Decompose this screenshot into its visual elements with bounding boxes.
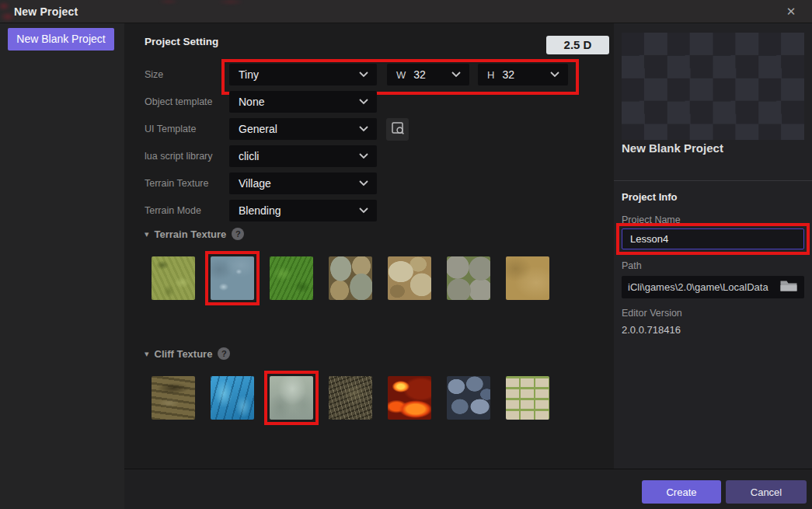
ui-template-label: UI Template [145, 124, 196, 134]
lua-script-library-value: clicli [229, 150, 359, 162]
ui-template-preview-button[interactable] [386, 118, 409, 141]
width-label: W [387, 69, 406, 81]
chevron-down-icon [359, 126, 368, 132]
chevron-down-icon [359, 207, 368, 214]
cliff-texture-swatch-row [152, 376, 565, 420]
sidebar: New Blank Project [0, 23, 124, 509]
terrain-mode-label: Terrain Mode [145, 205, 201, 216]
chevron-down-icon [451, 71, 461, 78]
editor-version-value: 2.0.0.718416 [622, 324, 681, 336]
cliff-texture-swatch[interactable] [447, 376, 490, 420]
ui-template-value: General [229, 123, 359, 135]
width-value: 32 [413, 68, 451, 81]
height-value: 32 [502, 68, 550, 81]
cliff-texture-section-title: Cliff Texture [155, 348, 213, 360]
dialog-title: New Project [14, 0, 78, 23]
preview-caption: New Blank Project [622, 141, 723, 155]
titlebar: New Project ✕ [0, 0, 812, 23]
terrain-texture-swatch[interactable] [270, 256, 313, 300]
terrain-texture-swatch[interactable] [152, 256, 195, 300]
lua-script-library-label: lua script library [145, 151, 213, 162]
project-preview-image [622, 33, 804, 140]
object-template-label: Object template [145, 96, 213, 107]
project-name-label: Project Name [622, 214, 681, 225]
preview-search-icon [391, 121, 405, 138]
cliff-texture-section-header[interactable]: ▾ Cliff Texture ? [145, 347, 230, 360]
terrain-texture-label: Terrain Texture [145, 178, 208, 189]
background-bleed-artifact [159, 0, 179, 5]
dimension-badge: 2.5 D [546, 36, 609, 54]
cliff-texture-swatch[interactable] [388, 376, 431, 420]
divider [614, 180, 812, 181]
terrain-texture-swatch[interactable] [329, 256, 372, 300]
project-setting-heading: Project Setting [145, 36, 218, 47]
path-field[interactable]: iCli\games\2.0\game\LocalData [622, 276, 804, 298]
terrain-texture-swatch[interactable] [388, 256, 431, 300]
cliff-texture-swatch[interactable] [211, 376, 254, 420]
collapse-triangle-icon[interactable]: ▾ [145, 229, 149, 239]
footer-bar: Create Cancel [124, 469, 812, 509]
background-bleed-artifact [218, 0, 244, 5]
cliff-texture-swatch[interactable] [152, 376, 195, 420]
terrain-texture-section-title: Terrain Texture [155, 228, 227, 240]
background-bleed-artifact [0, 2, 10, 11]
help-icon[interactable]: ? [232, 228, 244, 240]
height-dropdown[interactable]: H 32 [478, 64, 568, 85]
size-label: Size [145, 69, 163, 80]
terrain-texture-section-header[interactable]: ▾ Terrain Texture ? [145, 228, 244, 240]
project-setting-panel: Project Setting 2.5 D Size Tiny W 32 H 3… [124, 23, 614, 469]
project-info-heading: Project Info [622, 191, 678, 203]
ui-template-dropdown[interactable]: General [229, 118, 377, 140]
cliff-texture-swatch[interactable] [506, 376, 549, 420]
object-template-dropdown[interactable]: None [229, 91, 377, 113]
terrain-texture-dropdown[interactable]: Village [229, 173, 377, 194]
terrain-mode-value: Blending [229, 204, 359, 217]
path-label: Path [622, 260, 642, 271]
lua-script-library-dropdown[interactable]: clicli [229, 145, 377, 167]
cliff-texture-swatch[interactable] [270, 376, 313, 420]
terrain-texture-swatch-row [152, 256, 565, 300]
terrain-texture-swatch[interactable] [447, 256, 490, 300]
project-name-input[interactable] [622, 228, 804, 249]
new-project-dialog: New Project ✕ New Blank Project Project … [0, 0, 812, 509]
width-dropdown[interactable]: W 32 [387, 64, 469, 85]
chevron-down-icon [359, 180, 368, 187]
sidebar-item-new-blank-project[interactable]: New Blank Project [8, 28, 114, 51]
size-row-controls: Tiny W 32 H 32 [229, 64, 568, 85]
size-value: Tiny [229, 68, 359, 81]
height-label: H [478, 69, 494, 81]
folder-icon[interactable] [779, 279, 798, 296]
cliff-texture-swatch[interactable] [329, 376, 372, 420]
terrain-texture-swatch[interactable] [211, 256, 254, 300]
editor-version-label: Editor Version [622, 308, 682, 319]
terrain-mode-dropdown[interactable]: Blending [229, 200, 377, 221]
path-value: iCli\games\2.0\game\LocalData [628, 281, 779, 293]
size-dropdown[interactable]: Tiny [229, 64, 377, 85]
create-button[interactable]: Create [642, 480, 721, 504]
project-info-panel: New Blank Project Project Info Project N… [614, 23, 812, 469]
cancel-button[interactable]: Cancel [726, 480, 807, 504]
terrain-texture-value: Village [229, 177, 359, 190]
chevron-down-icon [359, 153, 368, 159]
chevron-down-icon [359, 71, 368, 78]
object-template-value: None [229, 96, 359, 108]
background-bleed-artifact [0, 12, 16, 22]
project-name-wrapper [622, 228, 804, 249]
close-icon[interactable]: ✕ [782, 0, 800, 23]
collapse-triangle-icon[interactable]: ▾ [145, 349, 149, 359]
chevron-down-icon [359, 99, 368, 105]
terrain-texture-swatch[interactable] [506, 256, 549, 300]
help-icon[interactable]: ? [218, 347, 230, 360]
chevron-down-icon [550, 71, 559, 78]
